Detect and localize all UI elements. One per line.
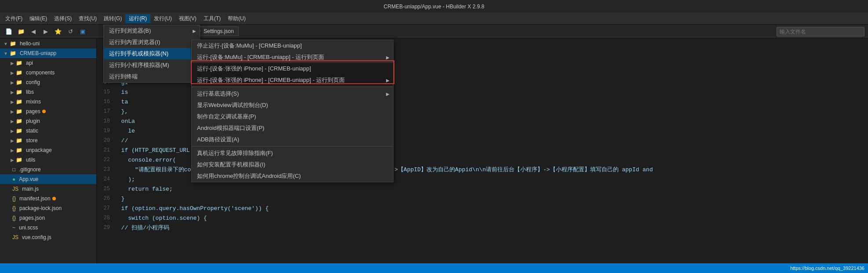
sidebar-item-unpackage[interactable]: ▶📁unpackage: [0, 145, 96, 155]
folder-icon: 📁: [16, 89, 22, 95]
file-icon-js: JS: [12, 186, 18, 192]
run-menu-item-run-miniapp[interactable]: 运行到小程序模拟器(M): [104, 59, 200, 71]
menu-item-goto[interactable]: 跳转(G): [100, 14, 125, 23]
forward-btn[interactable]: ▶: [40, 26, 51, 37]
sidebar-item-package-lock-json[interactable]: {}package-lock.json: [0, 203, 96, 213]
folder-arrow: ▶: [11, 70, 14, 75]
folder-arrow: ▶: [11, 148, 14, 153]
phone-menu-item-real-device-guide[interactable]: 真机运行常见故障排除指南(F): [192, 148, 393, 159]
line-number: 23: [97, 166, 114, 173]
sidebar-label: pages.json: [19, 215, 45, 221]
sidebar-label: package-lock.json: [19, 205, 62, 211]
back-btn[interactable]: ◀: [28, 26, 39, 37]
folder-arrow: ▶: [11, 158, 14, 162]
run-menu-item-run-browser[interactable]: 运行到浏览器(B): [104, 25, 200, 37]
phone-menu-item-adb-settings[interactable]: ADB路径设置(A): [192, 134, 393, 145]
sidebar-label: api: [26, 60, 33, 66]
run-menu-item-run-builtin[interactable]: 运行到内置浏览器(I): [104, 37, 200, 48]
menu-separator: [192, 146, 393, 147]
folder-icon: 📁: [16, 128, 22, 134]
menu-item-edit[interactable]: 编辑(E): [26, 14, 51, 23]
file-icon-file: □: [12, 166, 15, 173]
menu-item-find[interactable]: 查找(U): [75, 14, 100, 23]
folder-icon: 📁: [16, 99, 22, 105]
reload-btn[interactable]: ↺: [65, 26, 76, 37]
status-right: https://blog.csdn.net/qq_39221436: [790, 266, 864, 271]
run-menu-item-run-phone[interactable]: 运行到手机或模拟器(N): [104, 48, 200, 59]
sidebar-label: plugin: [26, 118, 40, 124]
phone-menu-item-stop-run[interactable]: 停止运行-[设备:MuMu] - [CRMEB-uniapp]: [192, 40, 393, 52]
sidebar-item-store[interactable]: ▶📁store: [0, 136, 96, 145]
phone-menu-item-show-webview[interactable]: 显示Webview调试控制台(D): [192, 100, 393, 111]
phone-submenu: 停止运行-[设备:MuMu] - [CRMEB-uniapp]运行-[设备:Mu…: [191, 40, 394, 182]
menu-item-tools[interactable]: 工具(T): [200, 14, 224, 23]
sidebar-label: main.js: [22, 186, 39, 192]
sidebar-item-main-js[interactable]: JSmain.js: [0, 184, 96, 194]
file-icon-json: {}: [12, 215, 16, 221]
file-icon-css: ~: [12, 225, 15, 231]
sidebar-item-hello-uni[interactable]: ▼📁hello-uni: [0, 39, 96, 48]
file-icon-json: {}: [12, 205, 16, 211]
folder-icon: 📁: [16, 137, 22, 144]
phone-menu-item-run-base[interactable]: 运行基底选择(S): [192, 88, 393, 100]
sidebar-item-app-vue[interactable]: ●App.vue: [0, 174, 96, 184]
menu-item-view[interactable]: 视图(V): [175, 14, 200, 23]
phone-menu-item-custom-debug[interactable]: 制作自定义调试基座(P): [192, 111, 393, 122]
unsaved-dot: [42, 110, 46, 113]
open-folder-btn[interactable]: 📁: [16, 26, 26, 37]
line-content: // 扫描/小程序码: [114, 224, 169, 232]
sidebar-item-manifest-json[interactable]: {}manifest.json: [0, 194, 96, 203]
sidebar-item-components[interactable]: ▶📁components: [0, 68, 96, 77]
sidebar-item-static[interactable]: ▶📁static: [0, 126, 96, 136]
menu-item-help[interactable]: 帮助(U): [224, 14, 249, 23]
sidebar-item-pages-json[interactable]: {}pages.json: [0, 213, 96, 223]
menu-items: 文件(F)编辑(E)选择(S)查找(U)跳转(G)运行(R)发行(U)视图(V)…: [2, 14, 249, 23]
sidebar-item-plugin[interactable]: ▶📁plugin: [0, 116, 96, 126]
phone-menu-item-android-settings[interactable]: Android模拟器端口设置(P): [192, 122, 393, 134]
phone-menu-item-run-device-iphone2[interactable]: 运行-[设备:张强的 iPhone] - [CRMEB-uniapp] - 运行…: [192, 74, 393, 86]
code-line: 26 }: [97, 194, 868, 203]
sidebar-item-config[interactable]: ▶📁config: [0, 77, 96, 87]
folder-arrow: ▶: [11, 129, 14, 133]
line-content: le: [114, 128, 135, 134]
sidebar-item-api[interactable]: ▶📁api: [0, 58, 96, 68]
folder-icon: 📁: [16, 108, 22, 114]
line-number: 18: [97, 118, 114, 124]
new-file-btn[interactable]: 📄: [4, 26, 14, 37]
line-number: 27: [97, 205, 114, 211]
sidebar-label: libs: [26, 89, 34, 95]
phone-menu-item-run-device-mumu[interactable]: 运行-[设备:MuMu] - [CRMEB-uniapp] - 运行到页面: [192, 52, 393, 63]
phone-menu-item-run-device-iphone1[interactable]: 运行-[设备:张强的 iPhone] - [CRMEB-uniapp]: [192, 63, 393, 74]
folder-arrow: ▶: [11, 109, 14, 114]
file-icon-vue: ●: [12, 176, 15, 182]
sidebar-label: unpackage: [26, 147, 52, 153]
line-number: 29: [97, 225, 114, 231]
sidebar-item-libs[interactable]: ▶📁libs: [0, 87, 96, 97]
phone-menu-item-chrome-android[interactable]: 如何用chrome控制台调试Android应用(C): [192, 170, 393, 182]
code-line: 25 return false;: [97, 184, 868, 194]
file-search-input[interactable]: [777, 27, 864, 37]
folder-icon: 📁: [16, 79, 22, 85]
sidebar-item-gitignore[interactable]: □.gitignore: [0, 165, 96, 174]
folder-arrow: ▶: [11, 80, 14, 85]
sidebar-label: manifest.json: [19, 196, 51, 202]
phone-menu-item-install-sim[interactable]: 如何安装配置手机模拟器(I): [192, 159, 393, 170]
sidebar-item-mixins[interactable]: ▶📁mixins: [0, 97, 96, 107]
folder-arrow: ▶: [11, 100, 14, 104]
line-content: if (option.query.hasOwnProperty('scene')…: [114, 205, 269, 212]
sidebar-item-utils[interactable]: ▶📁utils: [0, 155, 96, 165]
sidebar-item-vue-config-js[interactable]: JSvue.config.js: [0, 232, 96, 242]
run-menu-item-run-terminal[interactable]: 运行到终端: [104, 71, 200, 82]
bookmark-btn[interactable]: ▣: [77, 26, 88, 37]
sidebar-item-uni-scss[interactable]: ~uni.scss: [0, 223, 96, 232]
line-content: }: [114, 196, 124, 202]
menu-item-run[interactable]: 运行(R): [125, 14, 150, 23]
sidebar-item-crmeb-uniapp[interactable]: ▼📁CRMEB-uniapp: [0, 48, 96, 58]
line-content: ta: [114, 99, 128, 105]
folder-arrow: ▼: [4, 51, 8, 56]
menu-item-file[interactable]: 文件(F): [2, 14, 26, 23]
menu-item-publish[interactable]: 发行(U): [150, 14, 175, 23]
menu-item-select[interactable]: 选择(S): [51, 14, 75, 23]
sidebar-item-pages[interactable]: ▶📁pages: [0, 107, 96, 116]
home-btn[interactable]: ⭐: [53, 26, 63, 37]
